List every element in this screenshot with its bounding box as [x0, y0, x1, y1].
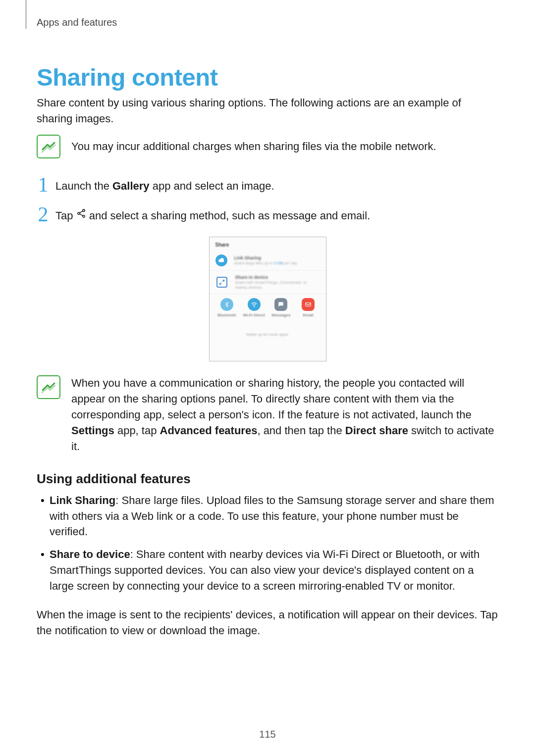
note-direct-share-text: When you have a communication or sharing…	[71, 375, 498, 454]
breadcrumb: Apps and features	[0, 0, 535, 28]
ss-app-wifi: Wi-Fi Direct	[241, 298, 267, 317]
note-icon	[37, 375, 60, 399]
note2-pt2: app, tap	[114, 424, 160, 437]
share-panel-screenshot: Share Link Sharing Share large files up …	[209, 237, 326, 361]
feature-share-to-device: Share to device: Share content with near…	[50, 547, 498, 594]
advanced-features-label: Advanced features	[160, 424, 258, 437]
ss-link-title: Link Sharing	[234, 255, 297, 261]
note-icon	[37, 135, 60, 158]
svg-point-5	[254, 306, 255, 307]
intro-paragraph: Share content by using various sharing o…	[37, 95, 498, 127]
step-1: 1 Launch the Gallery app and select an i…	[37, 172, 498, 194]
ss-app-email: Email	[296, 298, 321, 317]
feature-share-device-label: Share to device	[50, 548, 130, 560]
settings-app-label: Settings	[71, 424, 114, 437]
page-border-mark	[26, 0, 26, 29]
feature-link-sharing: Link Sharing: Share large files. Upload …	[50, 493, 498, 540]
messages-icon	[274, 298, 287, 311]
step-2-pre: Tap	[55, 209, 76, 222]
ss-header: Share	[210, 240, 326, 251]
feature-link-sharing-label: Link Sharing	[50, 494, 115, 506]
note2-pt3: , and then tap the	[257, 424, 345, 437]
step-1-pre: Launch the	[55, 180, 112, 192]
cloud-icon	[215, 254, 227, 266]
step-1-text: Launch the Gallery app and select an ima…	[55, 179, 274, 194]
page-number: 115	[0, 729, 535, 740]
ss-device-title: Share to device	[235, 275, 320, 280]
subheading: Using additional features	[37, 471, 498, 487]
ss-swipe-hint: Swipe up for more apps.	[210, 318, 326, 338]
note-direct-share: When you have a communication or sharing…	[37, 375, 498, 454]
svg-point-1	[77, 212, 79, 214]
email-icon	[302, 298, 315, 311]
share-icon	[76, 207, 86, 223]
feature-link-sharing-text: : Share large files. Upload files to the…	[50, 494, 494, 538]
step-2-text: Tap and select a sharing method, such as…	[55, 208, 370, 224]
page-title: Sharing content	[37, 63, 498, 91]
bluetooth-icon	[220, 298, 233, 311]
ss-app-em-label: Email	[296, 313, 321, 317]
features-list: Link Sharing: Share large files. Upload …	[37, 493, 498, 594]
ss-app-messages: Messages	[268, 298, 294, 317]
ss-app-bluetooth: Bluetooth	[214, 298, 240, 317]
note2-pt1: When you have a communication or sharing…	[71, 377, 472, 421]
step-number: 1	[37, 174, 50, 195]
ss-device-sub: Share with SmartThings, Chromecast, or n…	[235, 280, 320, 290]
gallery-app-label: Gallery	[112, 180, 150, 192]
step-1-post: app and select an image.	[150, 180, 274, 192]
svg-point-2	[82, 215, 84, 217]
wifi-icon	[248, 298, 261, 311]
step-number: 2	[37, 204, 50, 225]
note-charges: You may incur additional charges when sh…	[37, 135, 498, 158]
ss-link-sharing-text: Link Sharing Share large files up to 2 G…	[234, 255, 297, 265]
svg-rect-6	[306, 303, 311, 306]
ss-app-mg-label: Messages	[268, 313, 294, 317]
ss-share-device-text: Share to device Share with SmartThings, …	[235, 275, 320, 290]
ss-app-bt-label: Bluetooth	[214, 313, 240, 317]
ss-link-sub: Share large files up to 2 GB per day	[234, 261, 297, 266]
note-charges-text: You may incur additional charges when sh…	[71, 135, 436, 154]
closing-paragraph: When the image is sent to the recipients…	[37, 607, 498, 639]
ss-link-sharing-row: Link Sharing Share large files up to 2 G…	[210, 251, 326, 271]
steps-list: 1 Launch the Gallery app and select an i…	[37, 172, 498, 224]
step-2: 2 Tap and select a sharing method, such …	[37, 202, 498, 224]
device-icon	[216, 277, 227, 288]
svg-line-4	[80, 214, 83, 216]
ss-app-wf-label: Wi-Fi Direct	[241, 313, 267, 317]
ss-share-device-row: Share to device Share with SmartThings, …	[210, 271, 326, 294]
ss-apps-grid: Bluetooth Wi-Fi Direct Messages Email	[210, 294, 326, 318]
direct-share-label: Direct share	[345, 424, 408, 437]
step-2-post: and select a sharing method, such as mes…	[89, 209, 370, 222]
svg-line-3	[80, 211, 83, 213]
svg-point-0	[82, 209, 84, 211]
